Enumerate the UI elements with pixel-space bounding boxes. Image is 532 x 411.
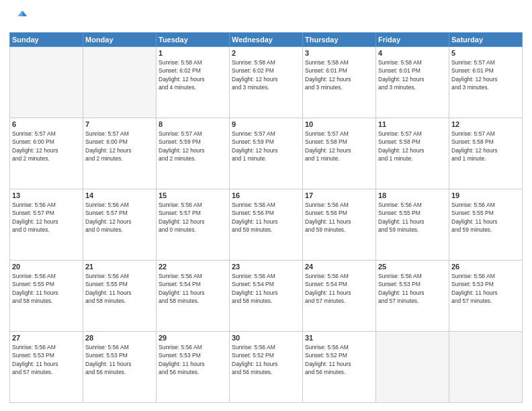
day-info: Sunrise: 5:57 AMSunset: 6:01 PMDaylight:… — [451, 58, 520, 91]
day-info: Sunrise: 5:56 AMSunset: 5:56 PMDaylight:… — [305, 201, 373, 234]
day-info: Sunrise: 5:56 AMSunset: 5:54 PMDaylight:… — [159, 272, 227, 305]
day-number: 30 — [232, 334, 300, 342]
day-cell: 15Sunrise: 5:56 AMSunset: 5:57 PMDayligh… — [157, 189, 230, 261]
day-number: 18 — [378, 191, 447, 199]
day-info: Sunrise: 5:56 AMSunset: 5:52 PMDaylight:… — [305, 343, 373, 376]
day-cell: 30Sunrise: 5:56 AMSunset: 5:52 PMDayligh… — [230, 332, 303, 403]
day-number: 13 — [12, 191, 81, 199]
day-number: 7 — [85, 120, 154, 128]
day-cell: 20Sunrise: 5:56 AMSunset: 5:55 PMDayligh… — [10, 261, 83, 332]
day-cell: 7Sunrise: 5:57 AMSunset: 6:00 PMDaylight… — [83, 118, 157, 189]
day-info: Sunrise: 5:56 AMSunset: 5:53 PMDaylight:… — [159, 343, 227, 376]
day-cell: 8Sunrise: 5:57 AMSunset: 5:59 PMDaylight… — [157, 118, 230, 189]
day-cell: 12Sunrise: 5:57 AMSunset: 5:58 PMDayligh… — [449, 118, 523, 189]
day-cell: 31Sunrise: 5:56 AMSunset: 5:52 PMDayligh… — [303, 332, 376, 403]
day-cell: 29Sunrise: 5:56 AMSunset: 5:53 PMDayligh… — [157, 332, 230, 403]
weekday-thursday: Thursday — [303, 33, 376, 47]
day-number: 1 — [159, 49, 227, 57]
calendar-header: SundayMondayTuesdayWednesdayThursdayFrid… — [10, 33, 523, 47]
day-number: 24 — [305, 263, 373, 271]
weekday-saturday: Saturday — [449, 33, 523, 47]
day-number: 15 — [159, 191, 227, 199]
day-info: Sunrise: 5:58 AMSunset: 6:02 PMDaylight:… — [159, 58, 227, 91]
day-cell: 22Sunrise: 5:56 AMSunset: 5:54 PMDayligh… — [157, 261, 230, 332]
day-info: Sunrise: 5:56 AMSunset: 5:53 PMDaylight:… — [451, 272, 520, 305]
day-info: Sunrise: 5:56 AMSunset: 5:57 PMDaylight:… — [159, 201, 227, 234]
day-info: Sunrise: 5:57 AMSunset: 5:58 PMDaylight:… — [451, 130, 520, 163]
logo — [9, 8, 31, 27]
day-cell: 6Sunrise: 5:57 AMSunset: 6:00 PMDaylight… — [10, 118, 83, 189]
day-info: Sunrise: 5:58 AMSunset: 6:01 PMDaylight:… — [378, 58, 447, 91]
day-cell: 11Sunrise: 5:57 AMSunset: 5:58 PMDayligh… — [376, 118, 449, 189]
calendar-body: 1Sunrise: 5:58 AMSunset: 6:02 PMDaylight… — [10, 47, 523, 403]
day-number: 25 — [378, 263, 447, 271]
day-number: 28 — [85, 334, 154, 342]
day-info: Sunrise: 5:57 AMSunset: 6:00 PMDaylight:… — [85, 130, 154, 163]
weekday-wednesday: Wednesday — [230, 33, 303, 47]
day-cell — [376, 332, 449, 403]
calendar: SundayMondayTuesdayWednesdayThursdayFrid… — [9, 32, 523, 403]
day-info: Sunrise: 5:56 AMSunset: 5:56 PMDaylight:… — [232, 201, 300, 234]
day-info: Sunrise: 5:56 AMSunset: 5:53 PMDaylight:… — [85, 343, 154, 376]
day-cell: 27Sunrise: 5:56 AMSunset: 5:53 PMDayligh… — [10, 332, 83, 403]
day-cell: 13Sunrise: 5:56 AMSunset: 5:57 PMDayligh… — [10, 189, 83, 261]
day-cell: 1Sunrise: 5:58 AMSunset: 6:02 PMDaylight… — [157, 47, 230, 118]
weekday-monday: Monday — [83, 33, 157, 47]
day-number: 31 — [305, 334, 373, 342]
day-cell — [449, 332, 523, 403]
day-info: Sunrise: 5:56 AMSunset: 5:53 PMDaylight:… — [12, 343, 81, 376]
logo-icon — [9, 8, 28, 27]
day-cell: 4Sunrise: 5:58 AMSunset: 6:01 PMDaylight… — [376, 47, 449, 118]
day-cell: 2Sunrise: 5:58 AMSunset: 6:02 PMDaylight… — [230, 47, 303, 118]
day-info: Sunrise: 5:56 AMSunset: 5:53 PMDaylight:… — [378, 272, 447, 305]
day-info: Sunrise: 5:56 AMSunset: 5:57 PMDaylight:… — [85, 201, 154, 234]
day-number: 19 — [451, 191, 520, 199]
day-cell: 25Sunrise: 5:56 AMSunset: 5:53 PMDayligh… — [376, 261, 449, 332]
day-cell: 5Sunrise: 5:57 AMSunset: 6:01 PMDaylight… — [449, 47, 523, 118]
day-number: 2 — [232, 49, 300, 57]
day-cell: 26Sunrise: 5:56 AMSunset: 5:53 PMDayligh… — [449, 261, 523, 332]
week-row-2: 13Sunrise: 5:56 AMSunset: 5:57 PMDayligh… — [10, 189, 523, 261]
day-number: 6 — [12, 120, 81, 128]
week-row-4: 27Sunrise: 5:56 AMSunset: 5:53 PMDayligh… — [10, 332, 523, 403]
weekday-row: SundayMondayTuesdayWednesdayThursdayFrid… — [10, 33, 523, 47]
day-info: Sunrise: 5:57 AMSunset: 6:00 PMDaylight:… — [12, 130, 81, 163]
day-info: Sunrise: 5:56 AMSunset: 5:55 PMDaylight:… — [12, 272, 81, 305]
day-info: Sunrise: 5:57 AMSunset: 5:58 PMDaylight:… — [305, 130, 373, 163]
day-info: Sunrise: 5:56 AMSunset: 5:54 PMDaylight:… — [305, 272, 373, 305]
day-number: 8 — [159, 120, 227, 128]
day-cell: 14Sunrise: 5:56 AMSunset: 5:57 PMDayligh… — [83, 189, 157, 261]
day-cell: 9Sunrise: 5:57 AMSunset: 5:59 PMDaylight… — [230, 118, 303, 189]
day-cell: 17Sunrise: 5:56 AMSunset: 5:56 PMDayligh… — [303, 189, 376, 261]
weekday-tuesday: Tuesday — [157, 33, 230, 47]
day-cell: 21Sunrise: 5:56 AMSunset: 5:55 PMDayligh… — [83, 261, 157, 332]
day-number: 3 — [305, 49, 373, 57]
day-number: 27 — [12, 334, 81, 342]
svg-marker-1 — [17, 11, 22, 17]
page: SundayMondayTuesdayWednesdayThursdayFrid… — [0, 0, 532, 411]
week-row-3: 20Sunrise: 5:56 AMSunset: 5:55 PMDayligh… — [10, 261, 523, 332]
day-number: 9 — [232, 120, 300, 128]
day-number: 4 — [378, 49, 447, 57]
day-info: Sunrise: 5:56 AMSunset: 5:57 PMDaylight:… — [12, 201, 81, 234]
day-cell: 10Sunrise: 5:57 AMSunset: 5:58 PMDayligh… — [303, 118, 376, 189]
svg-marker-0 — [22, 11, 27, 17]
day-number: 17 — [305, 191, 373, 199]
day-info: Sunrise: 5:57 AMSunset: 5:59 PMDaylight:… — [159, 130, 227, 163]
day-info: Sunrise: 5:57 AMSunset: 5:59 PMDaylight:… — [232, 130, 300, 163]
day-info: Sunrise: 5:56 AMSunset: 5:52 PMDaylight:… — [232, 343, 300, 376]
day-cell: 18Sunrise: 5:56 AMSunset: 5:55 PMDayligh… — [376, 189, 449, 261]
day-info: Sunrise: 5:56 AMSunset: 5:55 PMDaylight:… — [451, 201, 520, 234]
header — [9, 8, 523, 27]
weekday-friday: Friday — [376, 33, 449, 47]
day-cell: 16Sunrise: 5:56 AMSunset: 5:56 PMDayligh… — [230, 189, 303, 261]
day-number: 26 — [451, 263, 520, 271]
week-row-1: 6Sunrise: 5:57 AMSunset: 6:00 PMDaylight… — [10, 118, 523, 189]
day-cell: 24Sunrise: 5:56 AMSunset: 5:54 PMDayligh… — [303, 261, 376, 332]
day-cell: 19Sunrise: 5:56 AMSunset: 5:55 PMDayligh… — [449, 189, 523, 261]
day-cell — [10, 47, 83, 118]
day-number: 10 — [305, 120, 373, 128]
weekday-sunday: Sunday — [10, 33, 83, 47]
day-number: 11 — [378, 120, 447, 128]
day-number: 22 — [159, 263, 227, 271]
